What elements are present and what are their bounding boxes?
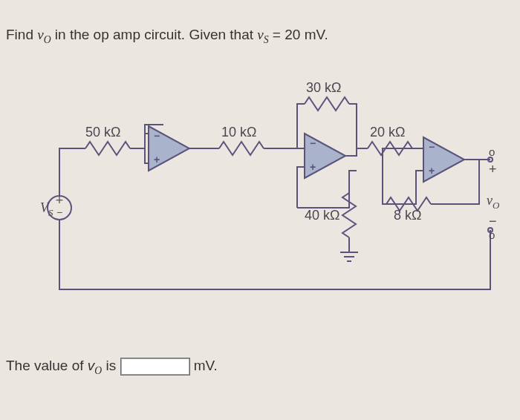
circuit-diagram: + − − + − +	[45, 82, 498, 334]
vo-sub: O	[493, 200, 499, 211]
vs-sub: S	[48, 207, 53, 218]
vo-sub: O	[44, 34, 51, 45]
vs-sym: V	[40, 200, 48, 215]
wire	[297, 104, 305, 148]
plus-icon: +	[310, 161, 316, 173]
ans-mid: is	[102, 358, 120, 373]
wire	[383, 148, 423, 204]
plus-icon: +	[429, 165, 435, 177]
r50-label: 50 kΩ	[85, 125, 120, 140]
eq: =	[269, 27, 285, 42]
minus-icon: −	[429, 141, 435, 153]
wire-top-left	[59, 148, 85, 196]
vo-sym: v	[37, 27, 43, 42]
r40-label: 40 kΩ	[305, 208, 339, 223]
minus-icon: −	[154, 130, 160, 142]
circuit-svg: + − − + − +	[45, 82, 498, 334]
minus-icon: −	[310, 137, 316, 149]
answer-input[interactable]	[120, 358, 190, 375]
vs-sub: S	[264, 34, 269, 45]
vo-minus: −	[489, 214, 497, 229]
r30-label: 30 kΩ	[306, 80, 341, 96]
vo-sym: v	[487, 193, 493, 208]
vs-sym: v	[257, 27, 263, 42]
r10-label: 10 kΩ	[221, 125, 256, 140]
problem-statement: Find vO in the op amp circuit. Given tha…	[6, 27, 328, 46]
wire	[345, 148, 357, 156]
vs-label: VS	[40, 200, 53, 219]
txt: in the op amp circuit. Given that	[51, 27, 258, 42]
vo-plus: +	[489, 162, 497, 177]
wire	[349, 104, 357, 148]
term-top: o	[489, 145, 495, 158]
resistor-icon	[219, 142, 264, 155]
wire	[297, 167, 305, 208]
resistor-icon	[305, 97, 349, 111]
minus-icon: −	[56, 206, 62, 218]
ans-vo-sym: v	[88, 358, 95, 373]
ans-pre: The value of	[6, 358, 88, 373]
answer-row: The value of vO is mV.	[6, 358, 218, 377]
suffix: .	[324, 27, 328, 42]
r20-label: 20 kΩ	[370, 125, 405, 140]
term-bot: o	[489, 229, 495, 241]
wire	[416, 171, 423, 193]
plus-icon: +	[154, 154, 160, 165]
wire-bottom	[59, 220, 490, 289]
vs-value: 20 mV	[285, 27, 324, 42]
ans-vo-sub: O	[94, 365, 102, 376]
wire	[349, 171, 357, 182]
txt: Find	[6, 27, 37, 42]
wire	[297, 193, 349, 208]
resistor-icon	[85, 142, 130, 155]
ans-unit: mV.	[194, 358, 218, 373]
vo-label: vO	[487, 193, 499, 211]
r8-label: 8 kΩ	[394, 208, 421, 223]
